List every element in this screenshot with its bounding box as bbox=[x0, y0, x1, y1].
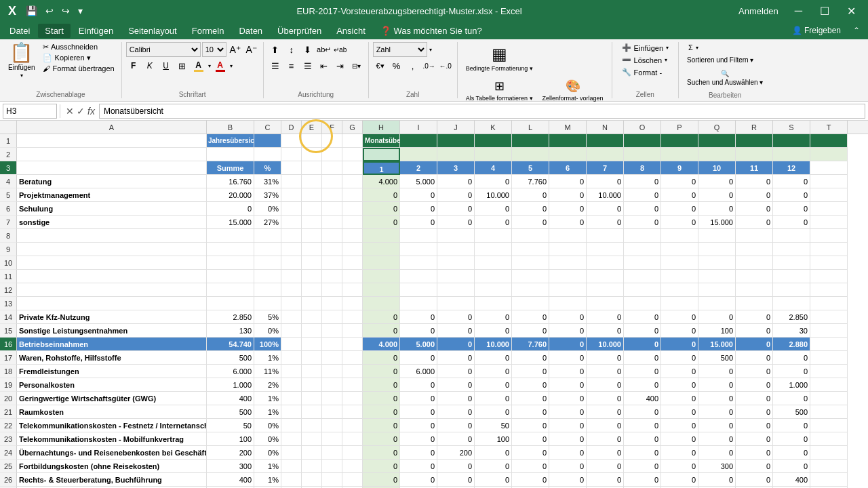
row-num[interactable]: 24 bbox=[0, 446, 17, 460]
cell-t[interactable] bbox=[810, 392, 848, 405]
cell-summe[interactable] bbox=[207, 283, 254, 297]
copy-button[interactable]: 📄 Kopieren ▾ bbox=[40, 53, 117, 63]
cell-month-8[interactable]: 0 bbox=[624, 338, 661, 351]
cell-f2[interactable] bbox=[322, 148, 342, 161]
font-color-dropdown[interactable]: ▾ bbox=[229, 63, 233, 69]
cell-a2[interactable] bbox=[17, 148, 207, 161]
cell-t3[interactable] bbox=[810, 161, 848, 175]
cell-month-5[interactable]: 0 bbox=[512, 405, 549, 419]
cell-month-6[interactable] bbox=[549, 297, 587, 310]
cell-e[interactable] bbox=[302, 256, 322, 270]
cell-month-4[interactable]: 0 bbox=[475, 310, 512, 324]
cell-month-4[interactable]: 0 bbox=[475, 378, 512, 392]
cell-h3[interactable]: 1 bbox=[363, 161, 400, 175]
cell-month-11[interactable]: 0 bbox=[736, 216, 773, 229]
cell-q3[interactable]: 10 bbox=[698, 161, 736, 175]
cell-month-5[interactable]: 0 bbox=[512, 419, 549, 432]
cell-month-5[interactable]: 0 bbox=[512, 460, 549, 473]
cell-t[interactable] bbox=[810, 460, 848, 473]
loeschen-cells-button[interactable]: ➖ Löschen ▾ bbox=[616, 54, 673, 66]
cell-month-9[interactable]: 0 bbox=[661, 473, 698, 487]
cell-month-11[interactable]: 0 bbox=[736, 432, 773, 446]
cell-month-10[interactable]: 0 bbox=[698, 310, 736, 324]
cell-label[interactable]: Telekommunikationskosten - Festnetz / In… bbox=[17, 419, 207, 432]
row-num[interactable]: 23 bbox=[0, 432, 17, 446]
cell-pct[interactable]: 37% bbox=[254, 188, 281, 202]
cell-month-3[interactable]: 0 bbox=[437, 365, 475, 378]
cell-month-4[interactable]: 0 bbox=[475, 175, 512, 188]
cell-month-10[interactable]: 100 bbox=[698, 324, 736, 338]
cell-month-8[interactable]: 0 bbox=[624, 310, 661, 324]
col-header-t[interactable]: T bbox=[810, 121, 848, 134]
menu-formeln[interactable]: Formeln bbox=[185, 24, 231, 38]
cell-d[interactable] bbox=[281, 270, 302, 283]
cell-b3[interactable]: Summe bbox=[207, 161, 254, 175]
als-tabelle-button[interactable]: ⊞ Als Tabelle formatieren ▾ bbox=[462, 76, 537, 104]
cell-month-2[interactable]: 0 bbox=[400, 405, 437, 419]
cell-d[interactable] bbox=[281, 324, 302, 338]
cell-month-4[interactable]: 0 bbox=[475, 324, 512, 338]
cell-f[interactable] bbox=[322, 243, 342, 256]
cell-month-9[interactable]: 0 bbox=[661, 216, 698, 229]
einfuegen-cells-button[interactable]: ➕ Einfügen ▾ bbox=[616, 42, 674, 54]
cell-pct[interactable]: 0% bbox=[254, 202, 281, 216]
cell-g1[interactable] bbox=[342, 134, 363, 148]
freigeben-button[interactable]: 👤 Freigeben bbox=[787, 24, 846, 37]
fill-color-button[interactable]: A bbox=[191, 58, 206, 73]
cell-month-8[interactable]: 0 bbox=[624, 202, 661, 216]
cell-pct[interactable]: 1% bbox=[254, 405, 281, 419]
cell-o1[interactable] bbox=[624, 134, 661, 148]
cell-g[interactable] bbox=[342, 338, 363, 351]
col-header-e[interactable]: E bbox=[302, 121, 322, 134]
cell-t[interactable] bbox=[810, 310, 848, 324]
col-header-j[interactable]: J bbox=[437, 121, 475, 134]
row-num[interactable]: 10 bbox=[0, 256, 17, 270]
cell-month-8[interactable] bbox=[624, 270, 661, 283]
cell-month-2[interactable]: 0 bbox=[400, 473, 437, 487]
cell-g[interactable] bbox=[342, 216, 363, 229]
col-header-b[interactable]: B bbox=[207, 121, 254, 134]
cell-month-8[interactable]: 0 bbox=[624, 324, 661, 338]
cell-month-11[interactable]: 0 bbox=[736, 392, 773, 405]
row-num[interactable]: 21 bbox=[0, 405, 17, 419]
cell-month-6[interactable]: 0 bbox=[549, 460, 587, 473]
cell-i3[interactable]: 2 bbox=[400, 161, 437, 175]
cell-t[interactable] bbox=[810, 473, 848, 487]
cell-month-7[interactable]: 0 bbox=[587, 365, 624, 378]
cell-pct[interactable]: 0% bbox=[254, 419, 281, 432]
cell-pct[interactable]: 27% bbox=[254, 216, 281, 229]
cell-k1[interactable] bbox=[475, 134, 512, 148]
cell-month-2[interactable] bbox=[400, 243, 437, 256]
cell-month-7[interactable]: 0 bbox=[587, 432, 624, 446]
cell-month-12[interactable]: 0 bbox=[773, 392, 810, 405]
cell-month-4[interactable] bbox=[475, 297, 512, 310]
cell-month-8[interactable]: 0 bbox=[624, 365, 661, 378]
row-num[interactable]: 17 bbox=[0, 351, 17, 365]
cell-e[interactable] bbox=[302, 419, 322, 432]
decrease-font-button[interactable]: A⁻ bbox=[244, 42, 259, 57]
col-header-i[interactable]: I bbox=[400, 121, 437, 134]
cell-n2[interactable] bbox=[587, 148, 624, 161]
cell-f[interactable] bbox=[322, 460, 342, 473]
cell-g2[interactable] bbox=[342, 148, 363, 161]
increase-font-button[interactable]: A⁺ bbox=[228, 42, 243, 57]
menu-seitenlayout[interactable]: Seitenlayout bbox=[121, 24, 184, 38]
cell-f[interactable] bbox=[322, 283, 342, 297]
cell-month-10[interactable]: 15.000 bbox=[698, 338, 736, 351]
cell-label[interactable]: Betriebseinnahmen bbox=[17, 338, 207, 351]
cell-month-12[interactable] bbox=[773, 243, 810, 256]
cell-month-9[interactable]: 0 bbox=[661, 460, 698, 473]
cell-summe[interactable]: 500 bbox=[207, 351, 254, 365]
cell-month-7[interactable] bbox=[587, 270, 624, 283]
col-header-k[interactable]: K bbox=[475, 121, 512, 134]
name-box[interactable] bbox=[3, 104, 57, 119]
undo-button[interactable]: ↩ bbox=[43, 4, 56, 18]
cell-summe[interactable]: 2.850 bbox=[207, 310, 254, 324]
cell-month-9[interactable]: 0 bbox=[661, 365, 698, 378]
cell-e[interactable] bbox=[302, 297, 322, 310]
insert-function-icon[interactable]: fx bbox=[87, 106, 95, 117]
cell-c3[interactable]: % bbox=[254, 161, 281, 175]
cell-month-4[interactable] bbox=[475, 229, 512, 243]
cell-pct[interactable] bbox=[254, 256, 281, 270]
cell-month-2[interactable] bbox=[400, 270, 437, 283]
